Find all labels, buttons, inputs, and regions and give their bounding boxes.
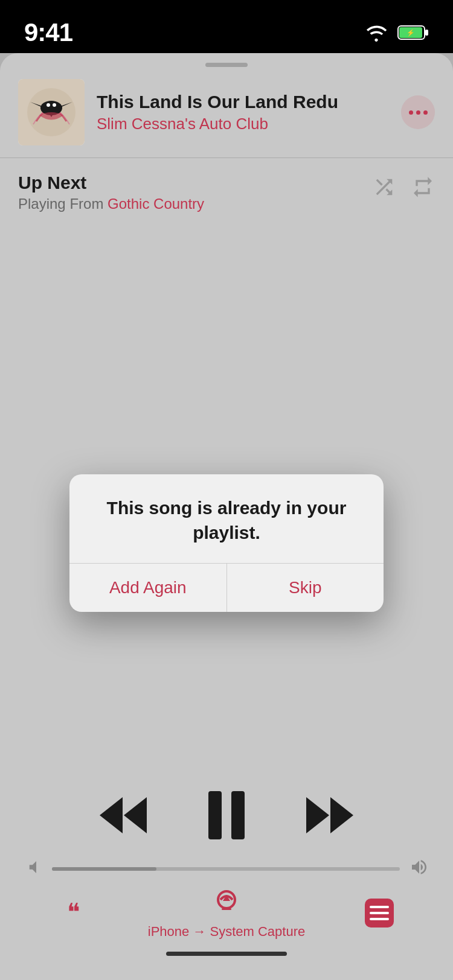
svg-rect-23: [370, 918, 389, 920]
svg-marker-9: [100, 797, 123, 833]
fast-forward-button[interactable]: [305, 794, 353, 838]
home-indicator: [166, 952, 287, 956]
pause-button[interactable]: [208, 791, 245, 841]
svg-rect-21: [370, 906, 389, 908]
duplicate-song-dialog: This song is already in your playlist. A…: [69, 474, 384, 612]
svg-rect-1: [425, 30, 428, 36]
rewind-button[interactable]: [100, 794, 148, 838]
svg-marker-14: [330, 797, 353, 833]
battery-icon: ⚡: [397, 24, 429, 41]
status-icons: ⚡: [364, 23, 429, 42]
svg-rect-19: [222, 908, 231, 910]
svg-rect-11: [208, 791, 222, 839]
capture-label: iPhone → System Capture: [148, 924, 305, 940]
volume-high-icon: [410, 858, 429, 880]
lyrics-button[interactable]: ❝: [57, 896, 91, 930]
svg-marker-10: [124, 797, 147, 833]
svg-marker-13: [306, 797, 329, 833]
status-bar: 9:41 ⚡: [0, 0, 453, 53]
sheet-handle: [205, 63, 248, 67]
svg-rect-22: [370, 912, 389, 914]
bottom-bar: ❝ iPhone → System Capture: [0, 886, 453, 956]
svg-text:⚡: ⚡: [406, 28, 415, 37]
bottom-icons: ❝ iPhone → System Capture: [0, 886, 453, 940]
svg-text:❝: ❝: [67, 899, 80, 925]
dialog-message: This song is already in your playlist.: [69, 474, 384, 564]
volume-slider[interactable]: [52, 867, 400, 871]
queue-button[interactable]: [362, 896, 396, 930]
media-controls: [0, 791, 453, 841]
airplay-button[interactable]: iPhone → System Capture: [148, 886, 305, 940]
volume-fill: [52, 867, 156, 871]
music-sheet: This Land Is Our Land Redu Slim Cessna's…: [0, 53, 453, 980]
svg-rect-12: [231, 791, 245, 839]
status-time: 9:41: [24, 18, 72, 47]
wifi-icon: [364, 23, 389, 42]
volume-low-icon: [24, 858, 42, 880]
volume-row: [24, 858, 429, 880]
skip-button[interactable]: Skip: [227, 564, 384, 612]
add-again-button[interactable]: Add Again: [69, 564, 227, 612]
dialog-overlay: This song is already in your playlist. A…: [0, 106, 453, 980]
dialog-buttons: Add Again Skip: [69, 564, 384, 612]
dialog-message-text: This song is already in your playlist.: [94, 496, 359, 545]
